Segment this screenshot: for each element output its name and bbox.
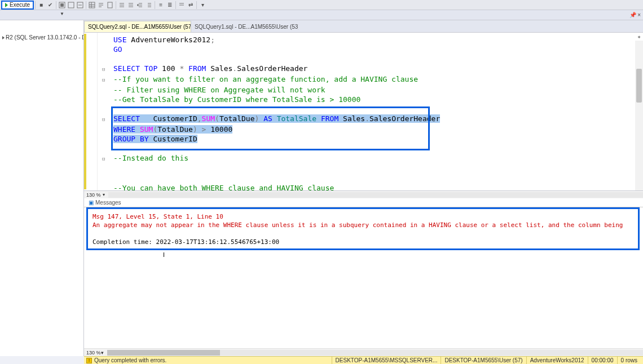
warning-icon: ! xyxy=(86,358,92,363)
editor-tabs: SQLQuery2.sql - DE...A1M5655\User (57))*… xyxy=(84,20,643,33)
close-icon[interactable]: × xyxy=(637,12,641,18)
text-cursor: I xyxy=(84,251,165,258)
outdent-icon[interactable] xyxy=(144,1,153,10)
fold-icon[interactable]: ⊟ xyxy=(102,154,108,164)
status-database: AdventureWorks2012 xyxy=(526,357,588,365)
include-plan-icon[interactable] xyxy=(76,1,85,10)
misc-icon[interactable]: ≣ xyxy=(165,1,174,10)
play-icon xyxy=(5,3,8,7)
messages-zoom: 130 %▾ xyxy=(84,348,643,356)
chevron-down-icon[interactable]: ▾ xyxy=(103,192,105,197)
results-grid-icon[interactable] xyxy=(87,1,96,10)
tab-label: SQLQuery1.sql - DE...A1M5655\User (53))* xyxy=(195,24,298,30)
indent-icon[interactable] xyxy=(135,1,144,10)
tab-label: SQLQuery2.sql - DE...A1M5655\User (57))* xyxy=(88,24,191,30)
scrollbar-horizontal[interactable] xyxy=(107,350,643,356)
editor-margin xyxy=(84,33,98,190)
tab-sqlquery1[interactable]: SQLQuery1.sql - DE...A1M5655\User (53))* xyxy=(191,21,298,32)
scrollbar-horizontal[interactable] xyxy=(108,192,643,198)
results-text-icon[interactable] xyxy=(96,1,105,10)
toolbar: Execute ■ ✔ ≡ ≣ ⇄ ▾ xyxy=(0,0,643,10)
messages-output[interactable]: Msg 147, Level 15, State 1, Line 10 An a… xyxy=(86,207,640,250)
sql-editor[interactable]: ✦ USE AdventureWorks2012; GO ⊟SELECT TOP… xyxy=(84,33,643,190)
fold-icon[interactable]: ⊟ xyxy=(102,65,108,74)
svg-rect-5 xyxy=(108,2,112,8)
tab-sqlquery2[interactable]: SQLQuery2.sql - DE...A1M5655\User (57))*… xyxy=(84,21,191,32)
results-file-icon[interactable] xyxy=(105,1,114,10)
status-user: DESKTOP-A1M5655\User (57) xyxy=(441,357,526,365)
comment-icon[interactable] xyxy=(117,1,126,10)
editor-zoom: 130 %▾ xyxy=(84,190,643,198)
include-stats-icon[interactable] xyxy=(67,1,76,10)
zoom-value[interactable]: 130 % xyxy=(86,192,101,198)
cancel-query-icon[interactable]: ■ xyxy=(37,1,46,10)
execute-button[interactable]: Execute xyxy=(1,1,34,10)
execute-label: Execute xyxy=(10,2,30,8)
parse-icon[interactable]: ✔ xyxy=(46,1,55,10)
fold-icon[interactable]: ⊟ xyxy=(102,115,108,125)
status-message: Query completed with errors. xyxy=(94,357,166,363)
svg-rect-4 xyxy=(89,2,95,8)
messages-tab-label: Messages xyxy=(95,199,121,206)
status-bar: ! Query completed with errors. DESKTOP-A… xyxy=(84,356,643,364)
chevron-down-icon[interactable]: ▼ xyxy=(60,11,64,16)
zoom-value[interactable]: 130 % xyxy=(86,350,101,356)
chevron-down-icon[interactable]: ▾ xyxy=(101,350,104,356)
error-header: Msg 147, Level 15, State 1, Line 10 xyxy=(93,212,633,221)
messages-icon: ▣ xyxy=(89,199,94,206)
svg-rect-2 xyxy=(68,2,74,8)
pin-icon[interactable]: 📌 xyxy=(629,12,636,18)
dropdown-icon[interactable]: ▾ xyxy=(198,1,207,10)
status-server: DESKTOP-A1M5655\MSSQLSERVER... xyxy=(332,357,441,365)
server-node[interactable]: R2 (SQL Server 13.0.1742.0 - DESKTOP-A xyxy=(2,34,83,41)
uncomment-icon[interactable] xyxy=(126,1,135,10)
panel-header: ▼ 📌 × xyxy=(0,10,643,20)
split-icon[interactable]: ✦ xyxy=(635,33,643,41)
fold-icon[interactable]: ⊟ xyxy=(102,76,108,85)
completion-time: Completion time: 2022-03-17T13:16:12.554… xyxy=(93,238,633,246)
more-icon[interactable] xyxy=(177,1,186,10)
scrollbar-vertical[interactable] xyxy=(635,41,643,190)
messages-tab[interactable]: ▣ Messages xyxy=(84,198,643,207)
error-text: An aggregate may not appear in the WHERE… xyxy=(93,221,633,229)
messages-pane: ▣ Messages Msg 147, Level 15, State 1, L… xyxy=(84,198,643,356)
specify-values-icon[interactable]: ≡ xyxy=(156,1,165,10)
status-rows: 0 rows xyxy=(617,357,641,365)
display-plan-icon[interactable] xyxy=(58,1,67,10)
object-explorer: R2 (SQL Server 13.0.1742.0 - DESKTOP-A xyxy=(0,20,84,356)
toggle-icon[interactable]: ⇄ xyxy=(186,1,195,10)
svg-rect-1 xyxy=(60,3,64,7)
status-time: 00:00:00 xyxy=(588,357,617,365)
